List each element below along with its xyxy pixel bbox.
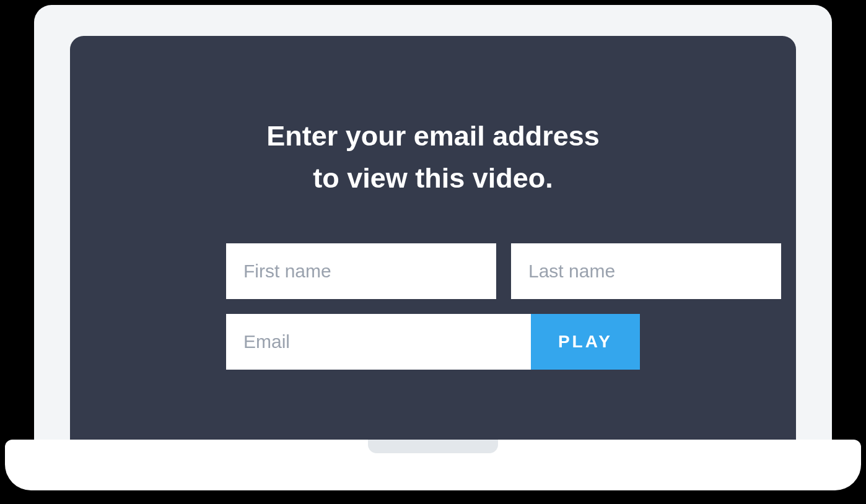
laptop-trackpad-notch — [368, 440, 498, 453]
gate-heading-line2: to view this video. — [313, 162, 553, 194]
email-input[interactable] — [226, 314, 531, 370]
play-button[interactable]: PLAY — [531, 314, 640, 370]
video-gate-overlay: Enter your email address to view this vi… — [70, 36, 796, 440]
first-name-input[interactable] — [226, 243, 496, 299]
gate-heading: Enter your email address to view this vi… — [266, 115, 600, 199]
gate-form: PLAY — [226, 243, 640, 370]
laptop-screen-bezel: Enter your email address to view this vi… — [34, 5, 832, 440]
laptop-illustration: Enter your email address to view this vi… — [0, 0, 866, 504]
email-row: PLAY — [226, 314, 640, 370]
laptop-base — [5, 440, 861, 490]
gate-heading-line1: Enter your email address — [266, 120, 600, 152]
last-name-input[interactable] — [511, 243, 781, 299]
name-row — [226, 243, 640, 299]
